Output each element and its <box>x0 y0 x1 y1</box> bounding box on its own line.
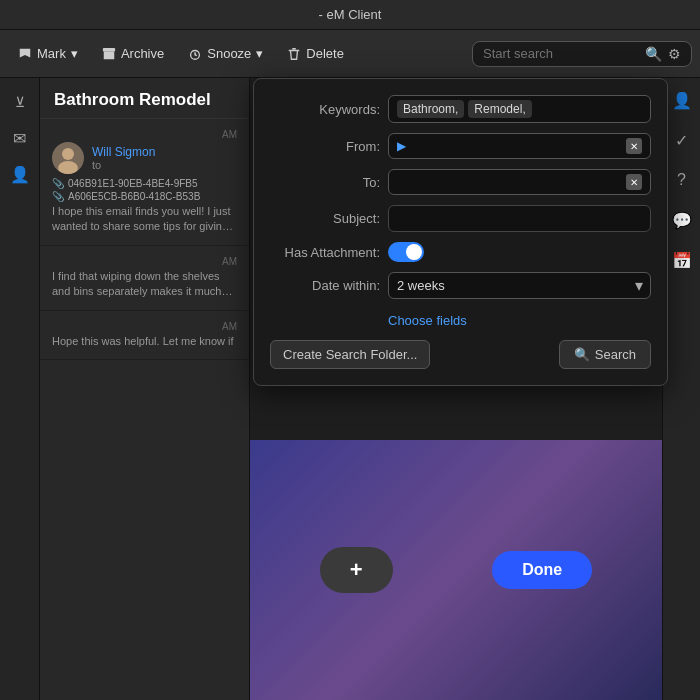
search-bar[interactable]: 🔍 ⚙ <box>472 41 692 67</box>
search-actions: Create Search Folder... 🔍 Search <box>270 340 651 369</box>
svg-point-3 <box>62 148 74 160</box>
keywords-label: Keywords: <box>270 102 380 117</box>
to-clear-btn[interactable]: ✕ <box>626 174 642 190</box>
right-icon-chat[interactable]: 💬 <box>670 208 694 232</box>
email-from-1: Will Sigmon <box>92 145 155 159</box>
attachment-2: 📎 A606E5CB-B6B0-418C-B53B <box>52 191 237 202</box>
right-icon-calendar[interactable]: 📅 <box>670 248 694 272</box>
time-label-1: AM <box>52 129 237 140</box>
attachment-1: 📎 046B91E1-90EB-4BE4-9FB5 <box>52 178 237 189</box>
title-bar-text: - eM Client <box>319 7 382 22</box>
bottom-area: + Done <box>250 440 662 700</box>
choose-fields-row: Choose fields <box>270 309 651 332</box>
archive-button[interactable]: Archive <box>92 41 174 66</box>
date-wrapper: 2 weeks 1 week 1 month 3 months 6 months… <box>388 272 651 299</box>
from-label: From: <box>270 139 380 154</box>
search-input[interactable] <box>483 46 639 61</box>
sidebar-icon-mail[interactable]: ✉ <box>6 124 34 152</box>
subject-label: Subject: <box>270 211 380 226</box>
right-icon-help[interactable]: ? <box>670 168 694 192</box>
email-item-header-1: Will Sigmon to <box>52 142 237 174</box>
search-row-from: From: ▶ ✕ <box>270 133 651 159</box>
email-list: Bathroom Remodel AM Will Sigmon to 📎 <box>40 78 250 700</box>
to-field[interactable]: ✕ <box>388 169 651 195</box>
attachment-toggle[interactable] <box>388 242 424 262</box>
email-preview-1: I hope this email finds you well! I just… <box>52 204 237 235</box>
filter-icon[interactable]: ⊻ <box>6 88 34 116</box>
search-row-attachment: Has Attachment: <box>270 242 651 262</box>
search-btn-icon: 🔍 <box>574 347 590 362</box>
from-clear-btn[interactable]: ✕ <box>626 138 642 154</box>
do-search-btn[interactable]: 🔍 Search <box>559 340 651 369</box>
email-item-3[interactable]: AM Hope this was helpful. Let me know if <box>40 311 249 360</box>
search-btn-label: Search <box>595 347 636 362</box>
right-icon-check[interactable]: ✓ <box>670 128 694 152</box>
toolbar: Mark ▾ Archive Snooze ▾ Delete 🔍 ⚙ <box>0 30 700 78</box>
sidebar-icon-contact[interactable]: 👤 <box>6 160 34 188</box>
keyword-remodel: Remodel, <box>468 100 531 118</box>
delete-button[interactable]: Delete <box>277 41 354 66</box>
svg-rect-0 <box>103 47 115 51</box>
email-list-header: Bathroom Remodel <box>40 78 249 119</box>
email-item-1[interactable]: AM Will Sigmon to 📎 046B91E1-90EB-4BE4-9… <box>40 119 249 246</box>
search-row-to: To: ✕ <box>270 169 651 195</box>
search-icon-btn[interactable]: 🔍 <box>645 46 662 62</box>
date-within-label: Date within: <box>270 278 380 293</box>
left-sidebar: ⊻ ✉ 👤 <box>0 78 40 700</box>
to-label: To: <box>270 175 380 190</box>
done-button[interactable]: Done <box>492 551 592 589</box>
choose-fields-btn[interactable]: Choose fields <box>388 309 467 332</box>
from-arrow: ▶ <box>397 139 406 153</box>
create-folder-btn[interactable]: Create Search Folder... <box>270 340 430 369</box>
email-item-2[interactable]: AM I find that wiping down the shelves a… <box>40 246 249 311</box>
title-bar: - eM Client <box>0 0 700 30</box>
has-attachment-label: Has Attachment: <box>270 245 380 260</box>
avatar-1 <box>52 142 84 174</box>
search-row-subject: Subject: <box>270 205 651 232</box>
email-preview-3: Hope this was helpful. Let me know if <box>52 334 237 349</box>
subject-input[interactable] <box>388 205 651 232</box>
snooze-button[interactable]: Snooze ▾ <box>178 41 273 66</box>
search-options-btn[interactable]: ⚙ <box>668 46 681 62</box>
plus-button[interactable]: + <box>320 547 393 593</box>
search-row-keywords: Keywords: Bathroom, Remodel, <box>270 95 651 123</box>
keyword-bathroom: Bathroom, <box>397 100 464 118</box>
mark-button[interactable]: Mark ▾ <box>8 41 88 66</box>
date-select[interactable]: 2 weeks 1 week 1 month 3 months 6 months… <box>388 272 651 299</box>
email-preview-2: I find that wiping down the shelves and … <box>52 269 237 300</box>
keywords-field[interactable]: Bathroom, Remodel, <box>388 95 651 123</box>
search-overlay: Keywords: Bathroom, Remodel, From: ▶ ✕ T… <box>253 78 668 386</box>
email-to-1: to <box>92 159 155 171</box>
right-icon-contact[interactable]: 👤 <box>670 88 694 112</box>
from-field[interactable]: ▶ ✕ <box>388 133 651 159</box>
search-row-date: Date within: 2 weeks 1 week 1 month 3 mo… <box>270 272 651 299</box>
